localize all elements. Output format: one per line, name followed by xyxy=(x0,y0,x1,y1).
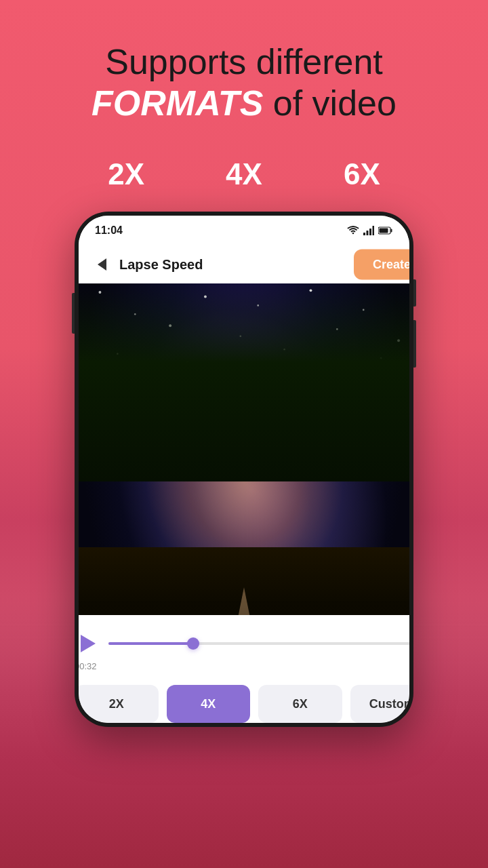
play-button[interactable] xyxy=(79,631,99,656)
app-title: Lapse Speed xyxy=(119,257,203,273)
phone-mockup: 11:04 xyxy=(75,212,413,741)
svg-rect-1 xyxy=(367,231,369,235)
back-button[interactable] xyxy=(89,252,114,277)
speed-buttons-row: 2X 4X 6X Custom xyxy=(79,685,409,723)
speed-button-4x[interactable]: 4X xyxy=(167,685,251,723)
status-icons xyxy=(347,226,393,235)
seek-slider[interactable] xyxy=(108,642,409,646)
phone-side-button-right-2 xyxy=(413,320,416,368)
svg-rect-2 xyxy=(369,229,371,235)
speed-label-2x: 2X xyxy=(108,157,144,191)
speed-label-4x: 4X xyxy=(226,157,262,191)
header-title-line2: FORMATS of video xyxy=(92,83,396,123)
speed-labels-row: 2X 4X 6X xyxy=(108,157,380,191)
create-button[interactable]: Create xyxy=(354,250,409,280)
phone-frame: 11:04 xyxy=(75,212,413,727)
header-section: Supports different FORMATS of video xyxy=(92,0,396,144)
speed-button-custom[interactable]: Custom xyxy=(350,685,410,723)
speed-button-2x[interactable]: 2X xyxy=(79,685,159,723)
speed-button-6x[interactable]: 6X xyxy=(258,685,342,723)
wifi-icon xyxy=(347,226,359,235)
svg-rect-0 xyxy=(363,233,365,235)
phone-screen: 11:04 xyxy=(79,216,409,723)
slider-track xyxy=(108,642,409,645)
svg-rect-6 xyxy=(380,229,388,233)
signal-icon xyxy=(363,226,374,235)
app-header: Lapse Speed Create xyxy=(79,245,409,283)
battery-icon xyxy=(378,226,393,235)
play-icon xyxy=(81,635,96,652)
header-title-line1: Supports different xyxy=(92,41,396,83)
playback-row xyxy=(79,631,409,656)
back-chevron-icon xyxy=(98,258,106,271)
svg-rect-3 xyxy=(373,226,375,235)
speed-label-6x: 6X xyxy=(344,157,380,191)
status-bar: 11:04 xyxy=(79,216,409,245)
bottom-panel: 00:32 02:05 2X 4X 6X Custom xyxy=(79,615,409,723)
hills-layer xyxy=(79,283,409,481)
current-time: 00:32 xyxy=(79,661,97,671)
status-time: 11:04 xyxy=(95,224,123,237)
time-row: 00:32 02:05 xyxy=(79,661,409,671)
slider-thumb xyxy=(187,637,199,650)
phone-side-button-right-1 xyxy=(413,279,416,307)
svg-rect-5 xyxy=(391,229,392,233)
slider-fill xyxy=(108,642,193,645)
